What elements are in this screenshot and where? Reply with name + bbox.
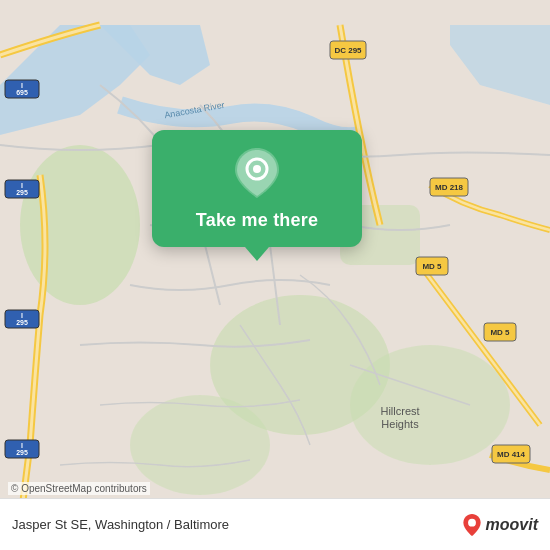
map-container: DC 295 I 695 I 295 I 295 I 295 MD 218 MD…: [0, 0, 550, 550]
svg-text:I: I: [21, 442, 23, 449]
svg-point-3: [20, 145, 140, 305]
map-svg: DC 295 I 695 I 295 I 295 I 295 MD 218 MD…: [0, 0, 550, 550]
svg-text:I: I: [21, 182, 23, 189]
svg-text:695: 695: [16, 89, 28, 96]
moovit-brand-text: moovit: [486, 516, 538, 534]
svg-text:295: 295: [16, 189, 28, 196]
svg-point-6: [130, 395, 270, 495]
svg-text:I: I: [21, 82, 23, 89]
svg-marker-2: [450, 25, 550, 105]
svg-point-5: [350, 345, 510, 465]
svg-text:295: 295: [16, 449, 28, 456]
svg-text:MD 5: MD 5: [422, 262, 442, 271]
location-label: Jasper St SE, Washington / Baltimore: [12, 517, 229, 532]
take-me-there-button[interactable]: Take me there: [196, 210, 318, 231]
copyright-text: © OpenStreetMap contributors: [8, 482, 150, 495]
svg-text:Heights: Heights: [381, 418, 419, 430]
location-text: Jasper St SE, Washington / Baltimore: [12, 517, 229, 532]
location-pin-icon: [232, 148, 282, 198]
bottom-bar: Jasper St SE, Washington / Baltimore moo…: [0, 498, 550, 550]
svg-point-35: [468, 518, 476, 526]
svg-point-34: [253, 165, 261, 173]
popup-card[interactable]: Take me there: [152, 130, 362, 247]
moovit-pin-icon: [461, 514, 483, 536]
svg-text:DC 295: DC 295: [334, 46, 362, 55]
svg-text:MD 218: MD 218: [435, 183, 464, 192]
svg-text:MD 414: MD 414: [497, 450, 526, 459]
svg-text:Hillcrest: Hillcrest: [380, 405, 419, 417]
svg-text:I: I: [21, 312, 23, 319]
svg-text:MD 5: MD 5: [490, 328, 510, 337]
moovit-logo: moovit: [461, 514, 538, 536]
svg-text:295: 295: [16, 319, 28, 326]
